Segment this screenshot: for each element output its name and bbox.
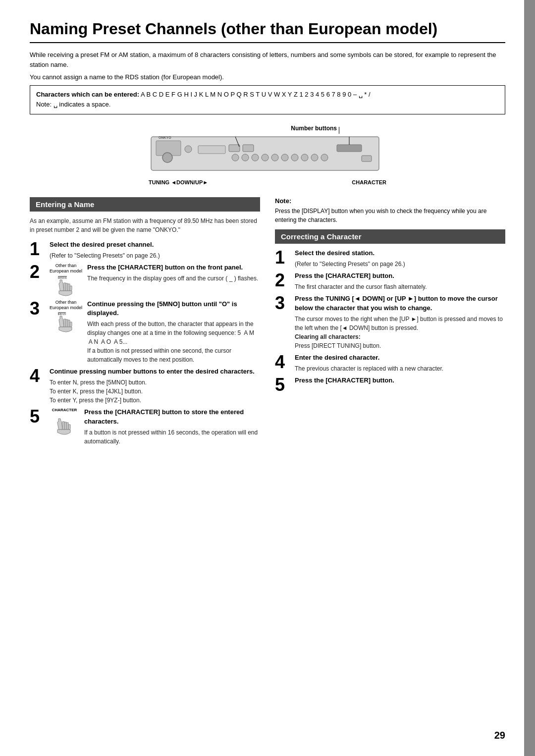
step3-number: 3 — [30, 300, 45, 318]
hand-5mno-icon: 5 MNO — [55, 311, 77, 333]
note-box: Note: Press the [DISPLAY] button when yo… — [275, 197, 505, 224]
device-svg: ONKYO — [149, 132, 386, 174]
note-title: Note: — [275, 197, 505, 205]
svg-rect-18 — [337, 145, 362, 152]
step2-content: Press the [CHARACTER] button on the fron… — [87, 263, 260, 283]
correcting-step-4: 4 Enter the desired character. The previ… — [275, 353, 505, 373]
svg-point-7 — [242, 154, 249, 161]
intro-line2: You cannot assign a name to the RDS stat… — [30, 72, 505, 82]
entering-step-2: 2 Other thanEuropean model CHARACTER Pre… — [30, 263, 260, 297]
corr-step5-title: Press the [CHARACTER] button. — [295, 376, 505, 385]
svg-text:ONKYO: ONKYO — [159, 136, 171, 139]
right-column: Note: Press the [DISPLAY] button when yo… — [275, 197, 505, 449]
step2-number: 2 — [30, 263, 45, 281]
svg-rect-16 — [229, 145, 240, 152]
svg-rect-5 — [198, 146, 225, 154]
corr-step3-content: Press the TUNING [◄ DOWN] or [UP ►] butt… — [295, 294, 505, 350]
corr-step1-body: (Refer to "Selecting Presets" on page 26… — [295, 260, 505, 269]
step5-icon-label: CHARACTER — [52, 408, 77, 413]
character-label: CHARACTER — [352, 179, 386, 185]
step4-body: To enter N, press the [5MNO] button.To e… — [50, 378, 260, 405]
svg-rect-19 — [362, 156, 372, 162]
step3-title: Continue pressing the [5MNO] button unti… — [87, 300, 260, 318]
characters-box: Characters which can be entered: A B C D… — [30, 85, 505, 115]
svg-text:5 MNO: 5 MNO — [59, 313, 67, 316]
entering-step-4: 4 Continue pressing number buttons to en… — [30, 367, 260, 405]
sidebar-stripe — [524, 0, 535, 756]
corr-step4-body: The previous character is replaced with … — [295, 364, 505, 373]
step5-title: Press the [CHARACTER] button to store th… — [84, 408, 260, 426]
svg-rect-17 — [243, 145, 254, 152]
number-buttons-label: Number buttons — [291, 125, 337, 132]
step1-number: 1 — [30, 240, 45, 258]
entering-name-intro: As an example, assume an FM station with… — [30, 216, 260, 234]
note-body: Press the [DISPLAY] button when you wish… — [275, 207, 505, 224]
entering-name-section: Entering a Name As an example, assume an… — [30, 197, 260, 449]
svg-text:CHARACTER: CHARACTER — [58, 276, 74, 279]
corr-step4-number: 4 — [275, 353, 290, 371]
svg-point-3 — [162, 153, 172, 162]
corr-step2-body: The first character and the cursor flash… — [295, 282, 505, 291]
step2-icon-label: Other thanEuropean model — [50, 263, 82, 274]
svg-point-15 — [321, 154, 328, 161]
step5-content: Press the [CHARACTER] button to store th… — [84, 408, 260, 445]
step4-title: Continue pressing number buttons to ente… — [50, 367, 260, 376]
step2-icon: Other thanEuropean model CHARACTER — [50, 263, 82, 297]
corr-step5-content: Press the [CHARACTER] button. — [295, 376, 505, 387]
step3-body: With each press of the button, the chara… — [87, 320, 260, 364]
step5-number: 5 — [30, 408, 45, 426]
step5-icon: CHARACTER — [50, 408, 79, 435]
page-title: Naming Preset Channels (other than Europ… — [30, 20, 505, 43]
char-bold: Characters which can be entered: A B C D… — [36, 91, 371, 98]
corr-step5-number: 5 — [275, 376, 290, 394]
diagram-labels: TUNING ◄DOWN/UP► CHARACTER — [149, 179, 386, 185]
svg-point-11 — [281, 154, 288, 161]
step2-title: Press the [CHARACTER] button on the fron… — [87, 263, 260, 272]
corr-step1-number: 1 — [275, 249, 290, 267]
correcting-step-3: 3 Press the TUNING [◄ DOWN] or [UP ►] bu… — [275, 294, 505, 350]
hand-press-icon: CHARACTER — [55, 275, 77, 297]
step4-content: Continue pressing number buttons to ente… — [50, 367, 260, 405]
entering-step-5: 5 CHARACTER Press the [CHARACTER] button… — [30, 408, 260, 445]
step3-icon-label: Other thanEuropean model — [50, 300, 82, 311]
corr-step4-content: Enter the desired character. The previou… — [295, 353, 505, 373]
step2-body: The frequency in the display goes off an… — [87, 274, 260, 283]
svg-point-8 — [252, 154, 259, 161]
step3-icon: Other thanEuropean model 5 MNO — [50, 300, 82, 333]
step3-content: Continue pressing the [5MNO] button unti… — [87, 300, 260, 364]
svg-point-9 — [262, 154, 268, 161]
corr-step3-number: 3 — [275, 294, 290, 312]
corr-step1-title: Select the desired station. — [295, 249, 505, 258]
correcting-header: Correcting a Character — [275, 229, 505, 244]
correcting-step-2: 2 Press the [CHARACTER] button. The firs… — [275, 271, 505, 291]
page-number: 29 — [494, 730, 505, 741]
corr-step2-title: Press the [CHARACTER] button. — [295, 271, 505, 280]
step1-title: Select the desired preset channel. — [50, 240, 260, 249]
step1-content: Select the desired preset channel. (Refe… — [50, 240, 260, 260]
char-note: Note: ␣ indicates a space. — [36, 101, 110, 108]
entering-name-header: Entering a Name — [30, 197, 260, 212]
hand-char-icon — [54, 414, 75, 435]
step1-body: (Refer to "Selecting Presets" on page 26… — [50, 251, 260, 260]
svg-point-4 — [185, 146, 192, 153]
svg-point-14 — [311, 154, 318, 161]
svg-point-10 — [271, 154, 278, 161]
entering-step-3: 3 Other thanEuropean model 5 MNO Continu… — [30, 300, 260, 364]
corr-step1-content: Select the desired station. (Refer to "S… — [295, 249, 505, 269]
entering-step-1: 1 Select the desired preset channel. (Re… — [30, 240, 260, 260]
main-content: Entering a Name As an example, assume an… — [30, 197, 505, 449]
corr-step2-number: 2 — [275, 271, 290, 289]
svg-rect-0 — [151, 137, 379, 170]
corr-step3-body: The cursor moves to the right when the [… — [295, 315, 505, 350]
svg-point-6 — [232, 154, 239, 161]
correcting-step-5: 5 Press the [CHARACTER] button. — [275, 376, 505, 394]
step5-body: If a button is not pressed within 16 sec… — [84, 428, 260, 446]
device-diagram: Number buttons ONKYO — [30, 124, 505, 185]
svg-point-13 — [301, 154, 308, 161]
tuning-label: TUNING ◄DOWN/UP► — [149, 179, 208, 185]
corr-step2-content: Press the [CHARACTER] button. The first … — [295, 271, 505, 291]
correcting-step-1: 1 Select the desired station. (Refer to … — [275, 249, 505, 269]
svg-point-12 — [291, 154, 298, 161]
intro-line1: While receiving a preset FM or AM statio… — [30, 50, 505, 69]
corr-step4-title: Enter the desired character. — [295, 353, 505, 362]
